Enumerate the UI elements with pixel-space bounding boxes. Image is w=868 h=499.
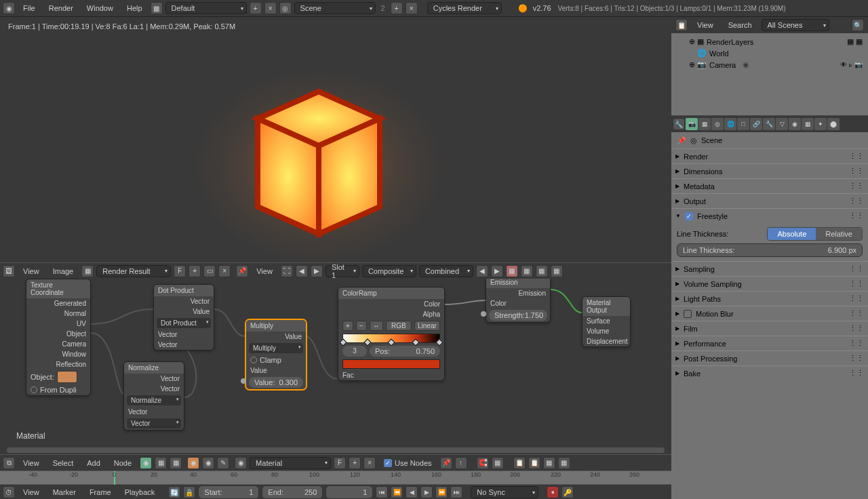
section-post-processing[interactable]: ▶Post Processing⋮⋮	[671, 351, 868, 365]
add-layout-icon[interactable]: +	[250, 2, 262, 14]
timeline-playback-menu[interactable]: Playback	[119, 485, 161, 499]
timeline-view-menu[interactable]: View	[18, 485, 45, 499]
node-editor-type-icon[interactable]: ⧉	[3, 457, 15, 469]
scene-breadcrumb-label[interactable]: Scene	[701, 136, 722, 144]
render-result-dropdown[interactable]: Render Result	[96, 265, 171, 277]
menu-render[interactable]: Render	[43, 1, 79, 15]
material-fake-user-button[interactable]: F	[334, 457, 346, 469]
section-render[interactable]: ▶Render⋮⋮	[671, 149, 868, 163]
material-tab-icon[interactable]: ◉	[789, 118, 801, 130]
menu-file[interactable]: File	[18, 1, 41, 15]
object-picker-icon[interactable]	[57, 371, 77, 383]
timeline-frame-menu[interactable]: Frame	[84, 485, 117, 499]
lock-range-icon[interactable]: 🔒	[183, 486, 195, 498]
unlink-image-icon[interactable]: ▭	[203, 265, 216, 277]
node-editor[interactable]: Texture Coordinate Generated Normal UV O…	[0, 279, 671, 446]
renderlayers-tab-icon[interactable]: ▦	[698, 118, 711, 130]
paste-nodes-icon[interactable]: 📋	[528, 457, 540, 469]
scene-dropdown[interactable]: Scene	[294, 2, 376, 14]
remove-layout-icon[interactable]: ×	[264, 2, 277, 14]
render-tab-icon[interactable]: 📷	[686, 118, 698, 130]
node-editor-scrollbar[interactable]	[0, 446, 671, 454]
ramp-flip-icon[interactable]: ↔	[370, 321, 383, 331]
section-bake[interactable]: ▶Bake⋮⋮	[671, 366, 868, 380]
section-metadata[interactable]: ▶Metadata⋮⋮	[671, 179, 868, 193]
multiply-value-field[interactable]: Value:0.300	[249, 377, 303, 388]
timeline-marker-menu[interactable]: Marker	[47, 485, 81, 499]
image-browse-icon[interactable]: ▦	[81, 265, 94, 277]
colorramp-gradient[interactable]	[342, 334, 440, 343]
material-browse-icon[interactable]: ◉	[235, 457, 247, 469]
menu-help[interactable]: Help	[121, 1, 148, 15]
channel-z-icon[interactable]: ▦	[551, 265, 563, 277]
multiply-op-dropdown[interactable]: Multiply	[249, 343, 303, 353]
object-mode-icon[interactable]: ◉	[187, 457, 199, 469]
slot-dropdown[interactable]: Slot 1	[326, 265, 359, 277]
outliner-search-menu[interactable]: Search	[723, 18, 757, 32]
scene-tab-icon[interactable]: ◎	[711, 118, 724, 130]
play-reverse-icon[interactable]: ◀	[406, 486, 418, 498]
material-dropdown[interactable]: Material	[250, 457, 331, 469]
modifier-tab-icon[interactable]: 🔧	[763, 118, 775, 130]
node-emission[interactable]: Emission Emission Color Strength:1.750	[486, 279, 551, 323]
auto-render-icon[interactable]: ▦	[543, 457, 555, 469]
timeline-editor-type-icon[interactable]: ⏱	[3, 486, 15, 498]
outliner-camera[interactable]: ⊕ 📷Camera◉👁 ▹ 📷	[677, 59, 863, 71]
node-node-menu[interactable]: Node	[108, 456, 137, 470]
remove-image-icon[interactable]: ×	[218, 265, 231, 277]
channel-rgba-icon[interactable]: ▦	[506, 265, 518, 277]
node-normalize[interactable]: Normalize Vector Vector Normalize Vector…	[123, 361, 184, 431]
pin-node-icon[interactable]: 📌	[440, 457, 452, 469]
autokey-icon[interactable]: ●	[547, 486, 559, 498]
section-dimensions[interactable]: ▶Dimensions⋮⋮	[671, 164, 868, 178]
ramp-color-swatch[interactable]	[342, 359, 440, 369]
constraint-tab-icon[interactable]: 🔗	[750, 118, 762, 130]
outliner-search-icon[interactable]: 🔍	[852, 19, 864, 31]
section-performance[interactable]: ▶Performance⋮⋮	[671, 336, 868, 351]
object-tab-icon[interactable]: □	[737, 118, 749, 130]
prev-slot-icon[interactable]: ◀	[296, 265, 308, 277]
thickness-mode-toggle[interactable]: Absolute Relative	[767, 227, 863, 241]
section-film[interactable]: ▶Film⋮⋮	[671, 321, 868, 336]
jump-end-icon[interactable]: ⏭	[450, 486, 462, 498]
node-colorramp[interactable]: ColorRamp Color Alpha + − ↔ RGB Linear 3…	[338, 287, 445, 381]
next-pass-icon[interactable]: ▶	[491, 265, 503, 277]
ramp-interp-dropdown[interactable]: Linear	[414, 321, 440, 331]
add-image-icon[interactable]: +	[189, 265, 201, 277]
outliner-renderlayers[interactable]: ⊕ ▦RenderLayers▦ ▦	[677, 36, 863, 47]
dot-op-dropdown[interactable]: Dot Product	[157, 318, 211, 328]
image-image-menu[interactable]: Image	[47, 264, 79, 278]
engine-dropdown[interactable]: Cycles Render	[427, 2, 502, 14]
compositor-tree-icon[interactable]: ▦	[155, 457, 167, 469]
next-keyframe-icon[interactable]: ⏩	[435, 486, 448, 498]
texture-tab-icon[interactable]: ▦	[802, 118, 814, 130]
next-slot-icon[interactable]: ▶	[311, 265, 323, 277]
section-freestyle[interactable]: ▼✓Freestyle⋮⋮	[671, 209, 868, 223]
lamp-mode-icon[interactable]: ✎	[217, 457, 229, 469]
pin-icon[interactable]: 📌	[236, 265, 248, 277]
channel-alpha-icon[interactable]: ▦	[536, 265, 548, 277]
texture-tree-icon[interactable]: ▦	[170, 457, 182, 469]
outliner-world[interactable]: 🌐World	[677, 47, 863, 59]
section-volume-sampling[interactable]: ▶Volume Sampling⋮⋮	[671, 277, 868, 291]
layout-dropdown[interactable]: Default	[165, 2, 247, 14]
node-add-menu[interactable]: Add	[81, 456, 106, 470]
section-motion-blur[interactable]: ▶Motion Blur⋮⋮	[671, 306, 868, 321]
normalize-vec-dropdown[interactable]: Vector	[127, 418, 181, 428]
pin-prop-icon[interactable]: 📌	[677, 136, 686, 145]
blender-icon[interactable]: ◉	[3, 2, 15, 14]
copy-nodes-icon[interactable]: 📋	[513, 457, 526, 469]
go-parent-icon[interactable]: ↑	[455, 457, 467, 469]
snap-icon[interactable]: 🧲	[477, 457, 489, 469]
keying-set-icon[interactable]: 🔑	[561, 486, 574, 498]
jump-start-icon[interactable]: ⏮	[376, 486, 388, 498]
editor-type-icon[interactable]: 🖼	[3, 265, 15, 277]
physics-tab-icon[interactable]: ⬤	[827, 118, 840, 130]
ramp-pos-field[interactable]: Pos:0.750	[370, 346, 440, 357]
node-material-output[interactable]: Material Output Surface Volume Displacem…	[582, 296, 631, 347]
node-dot-product[interactable]: Dot Product Vector Value Dot Product Vec…	[153, 284, 214, 351]
backdrop-icon[interactable]: ▦	[558, 457, 570, 469]
end-frame-field[interactable]: End:250	[262, 485, 323, 499]
ramp-mode-dropdown[interactable]: RGB	[386, 321, 412, 331]
add-scene-icon[interactable]: +	[391, 2, 403, 14]
